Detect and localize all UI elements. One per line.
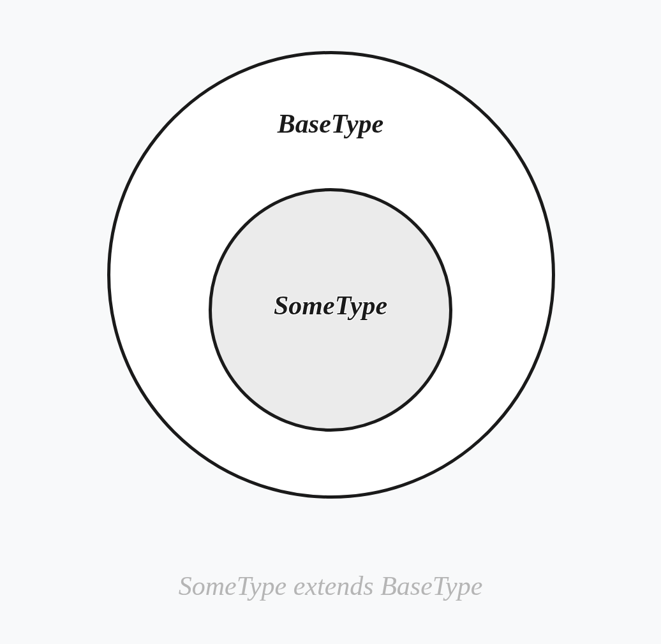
diagram-container: BaseType SomeType SomeType extends BaseT… <box>0 0 661 644</box>
outer-label: BaseType <box>278 108 383 139</box>
caption: SomeType extends BaseType <box>179 571 483 601</box>
inner-label: SomeType <box>274 290 387 321</box>
